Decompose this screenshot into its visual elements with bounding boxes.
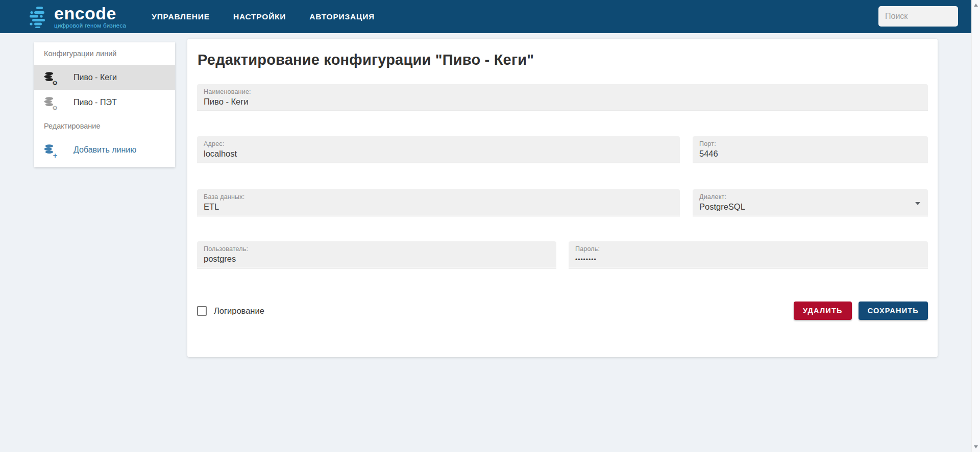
sidebar-item-pivo-pet[interactable]: ⚙ Пиво - ПЭТ <box>34 90 175 115</box>
database-gear-icon: ⚙ <box>43 96 56 109</box>
encode-logo[interactable]: encode цифровой геном бизнеса <box>28 5 126 29</box>
password-field[interactable]: Пароль: <box>569 241 928 268</box>
logo-tagline: цифровой геном бизнеса <box>54 23 126 29</box>
search-input[interactable] <box>878 6 958 27</box>
user-field[interactable]: Пользователь: <box>197 241 556 268</box>
dialect-field-label: Диалект: <box>699 193 921 200</box>
nav-link-management[interactable]: УПРАВЛЕНИЕ <box>152 12 210 21</box>
database-field[interactable]: База данных: <box>197 189 680 216</box>
logging-checkbox[interactable] <box>197 306 207 316</box>
gear-icon: ⚙ <box>52 105 58 111</box>
password-input[interactable] <box>575 253 921 263</box>
address-field[interactable]: Адрес: <box>197 136 680 163</box>
gear-icon: ⚙ <box>52 80 58 86</box>
user-field-label: Пользователь: <box>204 245 550 253</box>
address-input[interactable] <box>204 147 673 159</box>
nav-link-settings[interactable]: НАСТРОЙКИ <box>233 12 286 21</box>
database-field-label: База данных: <box>204 193 673 200</box>
port-input[interactable] <box>699 147 921 159</box>
logo-text: encode <box>54 5 126 22</box>
port-field[interactable]: Порт: <box>693 136 928 163</box>
button-group: УДАЛИТЬ СОХРАНИТЬ <box>794 302 928 320</box>
sidebar-section-editing: Редактирование <box>34 115 175 137</box>
scroll-down-icon[interactable] <box>974 445 978 448</box>
nav-link-authorization[interactable]: АВТОРИЗАЦИЯ <box>309 12 375 21</box>
sidebar-item-label: Пиво - Кеги <box>74 73 117 82</box>
name-field[interactable]: Наименование: <box>197 84 928 111</box>
database-gear-icon: ⚙ <box>43 71 56 84</box>
delete-button[interactable]: УДАЛИТЬ <box>794 302 852 320</box>
database-input[interactable] <box>204 200 673 212</box>
sidebar-item-pivo-kegi[interactable]: ⚙ Пиво - Кеги <box>34 65 175 90</box>
actions-row: Логирование УДАЛИТЬ СОХРАНИТЬ <box>197 300 928 321</box>
user-input[interactable] <box>204 253 550 264</box>
dialect-value[interactable] <box>699 200 921 212</box>
nav-links: УПРАВЛЕНИЕ НАСТРОЙКИ АВТОРИЗАЦИЯ <box>152 12 375 21</box>
name-input[interactable] <box>204 95 921 107</box>
logging-checkbox-label: Логирование <box>214 306 264 316</box>
configuration-edit-card: Редактирование конфигурации "Пиво - Кеги… <box>187 39 938 357</box>
plus-icon: + <box>53 153 58 159</box>
chevron-down-icon[interactable] <box>915 202 920 205</box>
port-field-label: Порт: <box>699 140 921 147</box>
encode-logo-icon <box>28 6 50 28</box>
database-plus-icon: + <box>43 144 56 156</box>
address-field-label: Адрес: <box>204 140 673 147</box>
save-button[interactable]: СОХРАНИТЬ <box>859 302 928 320</box>
page-title: Редактирование конфигурации "Пиво - Кеги… <box>198 52 534 68</box>
vertical-scrollbar[interactable] <box>971 0 980 452</box>
password-field-label: Пароль: <box>575 245 921 253</box>
sidebar: Конфигурации линий ⚙ Пиво - Кеги ⚙ Пиво … <box>34 42 175 167</box>
name-field-label: Наименование: <box>204 88 921 95</box>
scroll-up-icon[interactable] <box>974 4 978 7</box>
sidebar-section-configurations: Конфигурации линий <box>34 42 175 65</box>
sidebar-item-add-line[interactable]: + Добавить линию <box>34 137 175 162</box>
dialect-select[interactable]: Диалект: <box>693 189 928 216</box>
sidebar-item-label: Пиво - ПЭТ <box>74 98 117 107</box>
add-line-link-label: Добавить линию <box>74 145 136 155</box>
top-navbar: encode цифровой геном бизнеса УПРАВЛЕНИЕ… <box>0 0 971 33</box>
